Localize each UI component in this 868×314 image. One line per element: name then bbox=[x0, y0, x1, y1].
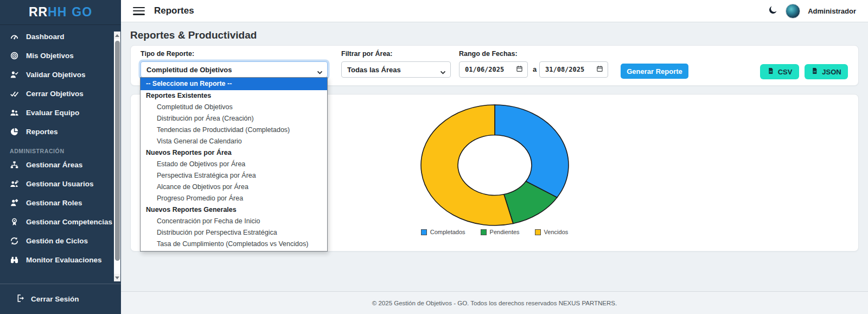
sidebar-item-gestionar-competencias[interactable]: Gestionar Competencias bbox=[0, 212, 113, 231]
sidebar-item-mis-objetivos[interactable]: Mis Objetivos bbox=[0, 46, 113, 65]
logo-hh: HH bbox=[48, 5, 67, 20]
sidebar-item-dashboard[interactable]: Dashboard bbox=[0, 27, 113, 46]
json-label: JSON bbox=[822, 68, 841, 76]
legend-swatch-pendientes bbox=[481, 229, 487, 235]
legend-label: Completados bbox=[430, 229, 465, 235]
scroll-up-arrow-icon[interactable] bbox=[114, 32, 120, 39]
topbar: Reportes Administrador bbox=[121, 0, 868, 22]
dropdown-option[interactable]: Vista General de Calendario bbox=[141, 136, 327, 147]
dropdown-option[interactable]: Estado de Objetivos por Área bbox=[141, 159, 327, 170]
menu-toggle-icon[interactable] bbox=[133, 7, 145, 15]
report-type-label: Tipo de Reporte: bbox=[141, 50, 194, 58]
users-gear-icon bbox=[10, 179, 19, 189]
dropdown-option[interactable]: Distribución por Perspectiva Estratégica bbox=[141, 227, 327, 238]
sidebar-item-label: Cerrar Objetivos bbox=[26, 90, 84, 98]
legend-item-vencidos[interactable]: Vencidos bbox=[535, 229, 569, 235]
sidebar-item-label: Gestionar Usuarios bbox=[26, 180, 94, 188]
export-json-button[interactable]: JSON bbox=[805, 64, 848, 79]
file-json-icon bbox=[811, 67, 818, 76]
sidebar-item-reportes[interactable]: Reportes bbox=[0, 122, 113, 141]
sidebar-item-gestionar-areas[interactable]: Gestionar Áreas bbox=[0, 155, 113, 174]
target-icon bbox=[10, 51, 19, 60]
sidebar-item-label: Dashboard bbox=[26, 33, 65, 41]
date-to-input[interactable]: 31/08/2025 bbox=[539, 61, 608, 78]
legend-swatch-completados bbox=[421, 229, 427, 235]
sidebar: RRHHGO Dashboard Mis Objetivos Validar O… bbox=[0, 0, 121, 314]
sidebar-scrollbar[interactable] bbox=[114, 32, 120, 281]
sidebar-item-validar-objetivos[interactable]: Validar Objetivos bbox=[0, 65, 113, 84]
doughnut-slice-completados bbox=[495, 105, 569, 197]
logout-label: Cerrar Sesión bbox=[31, 295, 79, 303]
sidebar-item-evaluar-equipo[interactable]: Evaluar Equipo bbox=[0, 103, 113, 122]
sidebar-item-monitor-evaluaciones[interactable]: Monitor Evaluaciones bbox=[0, 250, 113, 269]
dropdown-option[interactable]: Tasa de Cumplimiento (Completados vs Ven… bbox=[141, 238, 327, 250]
dropdown-option[interactable]: Alcance de Objetivos por Área bbox=[141, 181, 327, 193]
scrollbar-thumb[interactable] bbox=[115, 41, 120, 261]
sidebar-item-label: Gestionar Roles bbox=[26, 199, 82, 207]
legend-item-completados[interactable]: Completados bbox=[421, 229, 465, 235]
sidebar-item-gestionar-usuarios[interactable]: Gestionar Usuarios bbox=[0, 174, 113, 193]
dropdown-option[interactable]: Distribución por Área (Creación) bbox=[141, 113, 327, 124]
scroll-down-arrow-icon[interactable] bbox=[114, 274, 120, 281]
dropdown-option[interactable]: Tendencias de Productividad (Completados… bbox=[141, 124, 327, 136]
calendar-icon[interactable] bbox=[516, 65, 523, 74]
sidebar-item-label: Evaluar Equipo bbox=[26, 109, 79, 117]
date-from-input[interactable]: 01/06/2025 bbox=[459, 61, 528, 78]
legend-label: Pendientes bbox=[490, 229, 520, 235]
sidebar-item-label: Reportes bbox=[26, 128, 58, 136]
page-title: Reportes bbox=[154, 5, 194, 16]
date-range-separator: a bbox=[533, 65, 537, 73]
sidebar-item-label: Gestión de Ciclos bbox=[26, 237, 88, 245]
sidebar-item-cerrar-sesion[interactable]: Cerrar Sesión bbox=[0, 284, 121, 314]
logo-rr: RR bbox=[29, 5, 48, 20]
legend-label: Vencidos bbox=[544, 229, 569, 235]
app-window: RRHHGO Dashboard Mis Objetivos Validar O… bbox=[0, 0, 868, 314]
chevron-down-icon bbox=[440, 68, 446, 76]
medal-icon bbox=[10, 217, 19, 227]
export-csv-button[interactable]: CSV bbox=[760, 64, 799, 79]
area-filter-value: Todas las Áreas bbox=[347, 66, 401, 74]
dark-mode-moon-icon[interactable] bbox=[768, 5, 778, 17]
footer: © 2025 Gestión de Objetivos - GO. Todos … bbox=[121, 291, 868, 314]
sidebar-item-label: Gestionar Competencias bbox=[26, 218, 112, 226]
section-heading: Reportes & Productividad bbox=[130, 29, 257, 41]
dropdown-group-nuevos-reportes-por-area: Nuevos Reportes por Área bbox=[141, 147, 327, 159]
sidebar-item-gestion-de-ciclos[interactable]: Gestión de Ciclos bbox=[0, 231, 113, 250]
sidebar-item-gestionar-roles[interactable]: Gestionar Roles bbox=[0, 193, 113, 212]
avatar[interactable] bbox=[786, 4, 800, 18]
area-filter-select[interactable]: Todas las Áreas bbox=[341, 61, 451, 78]
dropdown-group-reportes-existentes: Reportes Existentes bbox=[141, 90, 327, 102]
sidebar-nav: Dashboard Mis Objetivos Validar Objetivo… bbox=[0, 27, 113, 269]
calendar-icon[interactable] bbox=[596, 65, 603, 74]
dropdown-option-placeholder[interactable]: -- Seleccione un Reporte -- bbox=[141, 78, 327, 90]
report-type-value: Completitud de Objetivos bbox=[146, 66, 232, 74]
user-check-icon bbox=[10, 70, 19, 79]
sidebar-section-administracion: ADMINISTRACIÓN bbox=[10, 148, 113, 154]
users-icon bbox=[10, 108, 19, 117]
sidebar-item-cerrar-objetivos[interactable]: Cerrar Objetivos bbox=[0, 84, 113, 103]
username-label: Administrador bbox=[808, 7, 856, 15]
dropdown-option[interactable]: Completitud de Objetivos bbox=[141, 102, 327, 113]
legend-swatch-vencidos bbox=[535, 229, 541, 235]
sign-out-icon bbox=[16, 294, 25, 304]
legend-item-pendientes[interactable]: Pendientes bbox=[481, 229, 520, 235]
dropdown-option[interactable]: Progreso Promedio por Área bbox=[141, 193, 327, 204]
sidebar-item-label: Validar Objetivos bbox=[26, 71, 86, 79]
sidebar-item-label: Gestionar Áreas bbox=[26, 161, 82, 169]
dropdown-option[interactable]: Perspectiva Estratégica por Área bbox=[141, 170, 327, 181]
generate-report-button[interactable]: Generar Reporte bbox=[621, 64, 688, 79]
date-range-label: Rango de Fechas: bbox=[459, 50, 518, 58]
topbar-right: Administrador bbox=[768, 4, 856, 18]
logo-go: GO bbox=[72, 5, 92, 20]
report-type-dropdown-list: -- Seleccione un Reporte -- Reportes Exi… bbox=[140, 77, 328, 252]
report-type-select[interactable]: Completitud de Objetivos bbox=[141, 61, 328, 78]
doughnut-chart bbox=[413, 102, 576, 228]
app-logo: RRHHGO bbox=[0, 0, 121, 25]
dropdown-group-nuevos-reportes-generales: Nuevos Reportes Generales bbox=[141, 204, 327, 216]
sync-icon bbox=[10, 236, 19, 246]
chevron-down-icon bbox=[317, 68, 323, 76]
sidebar-item-label: Monitor Evaluaciones bbox=[26, 256, 102, 264]
dropdown-option[interactable]: Concentración por Fecha de Inicio bbox=[141, 216, 327, 227]
sitemap-icon bbox=[10, 160, 19, 169]
user-tag-icon bbox=[10, 198, 19, 208]
